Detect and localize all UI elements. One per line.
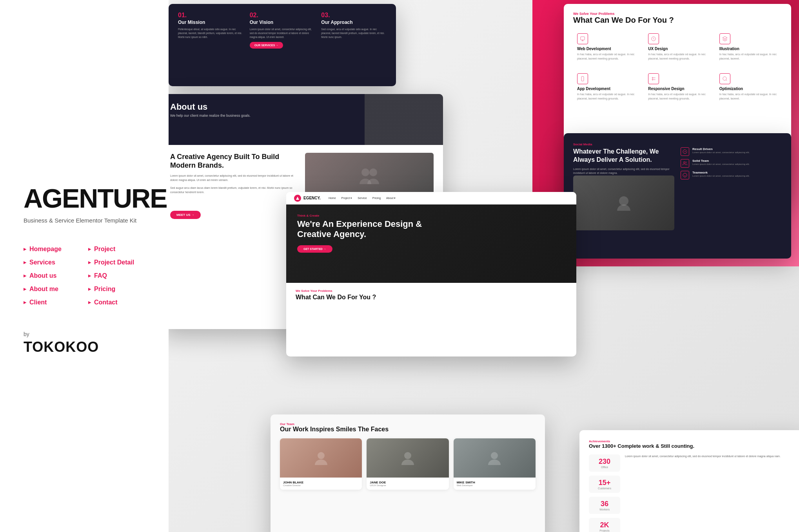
challenge-image [573,176,674,230]
agency-headline: We're An Experience Design & Creative Ag… [297,219,423,240]
svg-point-7 [684,162,685,163]
solid-team-icon [681,159,689,168]
nav-item-client[interactable]: Client [24,297,80,308]
service-desc-5: In hac haba, arcu et vulputate od augue.… [648,92,706,101]
screenshot-agency: EGENCY. Home Project ▾ Service Pricing A… [286,192,576,356]
agency-nav-project[interactable]: Project ▾ [341,197,352,200]
service-desc-4: In hac haba, arcu et vulputate od augue.… [577,92,636,101]
team-name-3: MIKE SMITH [457,481,532,484]
challenge-stat-text-3: Teamwork Lorem ipsum dolor sit amet, con… [692,171,750,177]
service-desc-3: In hac haba, arcu et vulputate od augue.… [719,52,778,61]
nav-item-homepage[interactable]: Homepage [24,244,80,254]
stat-label-customers: Customers [592,487,617,490]
agency-nav: EGENCY. Home Project ▾ Service Pricing A… [286,192,576,204]
service-name-2: UX Design [648,47,706,51]
svg-rect-0 [581,37,585,40]
mission-num-3: 03. [321,12,387,19]
team-photo-1 [280,438,362,478]
nav-grid: Homepage Project Services Project Detail… [24,244,145,308]
service-card-5: Responsive Design In hac haba, arcu et v… [644,69,710,105]
mission-text-3: Sed congue, arcu et vulputate odio augue… [321,27,387,39]
nav-item-project-detail[interactable]: Project Detail [88,257,145,268]
about-body-text-2: Sed augue arcu diam lacus diam lorem bla… [170,186,299,194]
team-photo-3 [454,438,536,478]
challenge-text: Lorem ipsum dolor sit amet, consectetur … [573,167,674,176]
mission-text-2: Lorem ipsum dolor sit amet, consectetur … [250,27,315,39]
meet-us-button[interactable]: MEET US → [170,211,201,219]
team-cards: JOHN BLAKE Creative Director JANE DOE UI… [280,438,536,490]
agency-hero: Think & Create We're An Experience Desig… [286,204,576,283]
agency-body: We Solve Your Problems What Can We Do Fo… [286,283,576,307]
app-dev-icon [577,73,588,84]
mission-section-1: 01. Our Mission Pellentesque eliout, at … [178,12,243,78]
left-panel: AGENTURE Business & Service Elementor Te… [0,0,169,532]
agency-cta-button[interactable]: GET STARTED → [297,245,332,253]
mission-title-2: Our Vision [250,20,315,25]
right-panel: 01. Our Mission Pellentesque eliout, at … [169,0,799,532]
stats-header: Achievements Over 1300+ Complete work & … [589,440,797,450]
nav-item-pricing[interactable]: Pricing [88,284,145,294]
agency-nav-home[interactable]: Home [329,197,336,200]
agency-nav-about[interactable]: About ▾ [386,197,396,200]
service-name-5: Responsive Design [648,87,706,91]
nav-item-contact[interactable]: Contact [88,297,145,308]
svg-marker-11 [296,197,299,200]
nav-item-faq[interactable]: FAQ [88,271,145,281]
nav-item-project[interactable]: Project [88,244,145,254]
stat-label-workers: Workers [592,508,617,511]
screenshot-challenge: Social Media Whatever The Challenge, We … [564,133,791,259]
brand-subtitle: Business & Service Elementor Template Ki… [24,216,145,224]
agency-logo-text: EGENCY. [303,196,321,200]
service-desc-2: In hac haba, arcu et vulputate od augue.… [648,52,706,61]
about-header-sub: We help our client make realize the busi… [170,114,434,118]
stats-title: Over 1300+ Complete work & Still countin… [589,443,797,450]
services-title: What Can We Do For You ? [573,16,782,25]
challenge-stat-3: Teamwork Lorem ipsum dolor sit amet, con… [681,171,782,179]
challenge-left: Social Media Whatever The Challenge, We … [573,143,674,230]
stat-item-projects: 2K Projects [589,518,620,532]
by-label: by [24,331,145,337]
team-card-3: MIKE SMITH Web Developer [454,438,536,490]
team-title: Our Work Inspires Smiles The Faces [280,426,536,433]
services-sub: We Solve Your Problems [573,12,782,16]
team-card-2: JANE DOE UI/UX Designer [367,438,449,490]
stat-num-office: 230 [592,458,617,466]
svg-rect-2 [581,76,584,81]
team-role-1: Creative Director [283,484,359,487]
mission-section-3: 03. Our Approach Sed congue, arcu et vul… [321,12,387,78]
agency-nav-pricing[interactable]: Pricing [372,197,381,200]
agency-nav-links: Home Project ▾ Service Pricing About ▾ [329,197,396,200]
service-name-6: Optimization [719,87,778,91]
optimization-icon [719,73,730,84]
challenge-stat-2: Solid Team Lorem ipsum dolor sit amet, c… [681,159,782,168]
our-services-button[interactable]: OUR SERVICES → [250,42,283,49]
service-card-6: Optimization In hac haba, arcu et vulput… [715,69,782,105]
team-info-3: MIKE SMITH Web Developer [454,478,536,490]
stat-text: Lorem ipsum dolor sit amet, consectetur … [625,454,797,532]
screenshot-team: Our Team Our Work Inspires Smiles The Fa… [271,414,545,532]
nav-item-services[interactable]: Services [24,257,80,268]
agency-nav-service[interactable]: Service [358,197,367,200]
svg-point-6 [619,196,628,206]
challenge-stat-1: Result Driven Lorem ipsum dolor sit amet… [681,147,782,156]
nav-item-about-me[interactable]: About me [24,284,80,294]
illustration-icon [719,33,730,44]
agency-logo: EGENCY. [294,195,321,202]
about-body-title: A Creative Agency Built To Build Modern … [170,153,299,170]
screenshot-mission: 01. Our Mission Pellentesque eliout, at … [169,4,396,86]
mission-section-2: 02. Our Vision Lorem ipsum dolor sit ame… [250,12,315,78]
mission-title-3: Our Approach [321,20,387,25]
stat-num-customers: 15+ [592,479,617,487]
mission-num-2: 02. [250,12,315,19]
team-role-3: Web Developer [457,484,532,487]
nav-item-about-us[interactable]: About us [24,271,80,281]
service-desc-1: In hac haba, arcu et vulputate od augue.… [577,52,636,61]
mission-num-1: 01. [178,12,243,19]
agency-section-title: What Can We Do For You ? [296,294,567,301]
challenge-content: Social Media Whatever The Challenge, We … [564,133,791,240]
service-desc-6: In hac haba, arcu et vulputate od augue.… [719,92,778,101]
svg-point-12 [318,452,325,459]
svg-point-3 [723,77,726,80]
by-section: by TOKOKOO [24,331,145,355]
service-card-3: Illustration In hac haba, arcu et vulput… [715,29,782,65]
